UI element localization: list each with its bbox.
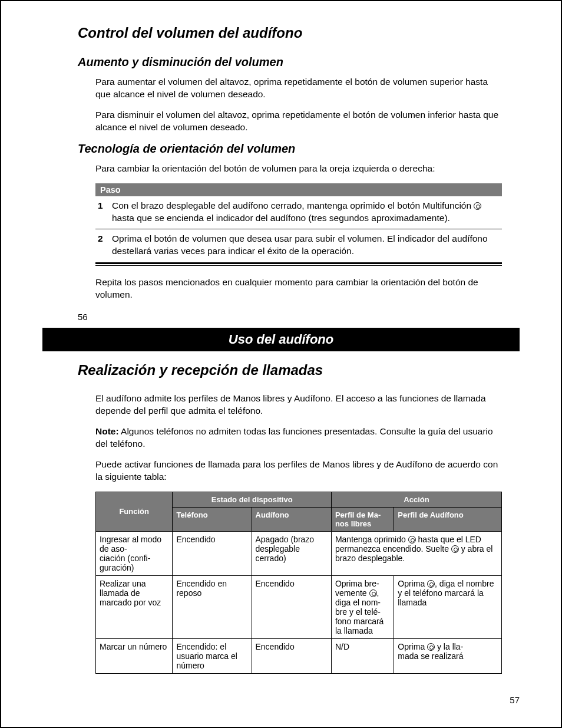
cell-audifono: Apagado (brazo desplegable cerrado) [252, 531, 331, 575]
col-perfil-aud: Perfil de Audífono [394, 507, 502, 531]
cell-perfil-ml: N/D [331, 638, 394, 673]
cell-funcion: Realizar una llamada de marcado por voz [96, 575, 173, 638]
paragraph: Repita los pasos mencionados en cualquie… [95, 276, 502, 301]
note-label: Note: [95, 426, 119, 436]
col-audifono: Audífono [252, 507, 331, 531]
colgroup-estado: Estado del dispositivo [173, 492, 332, 507]
divider [95, 265, 502, 266]
subsection-heading: Tecnología de orientación del volumen [78, 142, 520, 156]
steps-header: Paso [95, 183, 502, 196]
section-heading: Realización y recepción de llamadas [78, 362, 520, 378]
cell-telefono: Encendido: el usuario marca el número [173, 638, 252, 673]
paragraph: Puede activar funciones de llamada para … [95, 459, 502, 483]
page-57: Realización y recepción de llamadas El a… [1, 362, 561, 691]
page-56: Control del volumen del audífono Aumento… [1, 1, 561, 322]
chapter-banner: Uso del audífono [42, 328, 520, 351]
cell-audifono: Encendido [252, 575, 331, 638]
paragraph: Para cambiar la orientación del botón de… [95, 163, 502, 175]
step-row: 1 Con el brazo desplegable del audífono … [95, 196, 502, 229]
step-row: 2 Oprima el botón de volumen que desea u… [95, 229, 502, 263]
cell-telefono: Encendido en reposo [173, 575, 252, 638]
multifunction-icon [451, 545, 459, 553]
section-heading: Control del volumen del audífono [78, 25, 520, 41]
functions-table: Función Estado del dispositivo Acción Te… [95, 492, 502, 674]
table-row: Ingresar al modo de aso- ciación (confi-… [96, 531, 502, 575]
table-row: Realizar una llamada de marcado por voz … [96, 575, 502, 638]
table-row: Marcar un número Encendido: el usuario m… [96, 638, 502, 673]
step-number: 2 [95, 229, 110, 263]
col-telefono: Teléfono [173, 507, 252, 531]
multifunction-icon [474, 202, 481, 210]
paragraph: Para aumentar el volumen del altavoz, op… [95, 76, 502, 101]
colgroup-accion: Acción [331, 492, 501, 507]
multifunction-icon [427, 643, 435, 651]
page-number: 56 [78, 312, 520, 322]
cell-perfil-aud: Oprima y la lla- mada se realizará [394, 638, 502, 673]
cell-telefono: Encendido [173, 531, 252, 575]
cell-perfil-ml: Oprima bre- vemente , diga el nom- bre y… [331, 575, 394, 638]
cell-perfil-aud: Oprima , diga el nombre y el teléfono ma… [394, 575, 502, 638]
page-number: 57 [1, 695, 520, 705]
paragraph: Para disminuir el volumen del altavoz, o… [95, 109, 502, 134]
steps-table: 1 Con el brazo desplegable del audífono … [95, 196, 502, 265]
multifunction-icon [427, 580, 435, 588]
cell-funcion: Ingresar al modo de aso- ciación (confi-… [96, 531, 173, 575]
step-text: Oprima el botón de volumen que desea usa… [110, 229, 502, 263]
note: Note: Algunos teléfonos no admiten todas… [95, 426, 502, 450]
subsection-heading: Aumento y disminución del volumen [78, 55, 520, 69]
col-perfil-ml: Perfil de Ma- nos libres [331, 507, 394, 531]
cell-accion: Mantenga oprimido hasta que el LED perma… [331, 531, 501, 575]
paragraph: El audífono admite los perfiles de Manos… [95, 393, 502, 417]
step-text: Con el brazo desplegable del audífono ce… [110, 196, 502, 229]
cell-funcion: Marcar un número [96, 638, 173, 673]
multifunction-icon [369, 589, 377, 597]
cell-audifono: Encendido [252, 638, 331, 673]
col-funcion: Función [96, 492, 173, 531]
multifunction-icon [408, 536, 416, 543]
step-number: 1 [95, 196, 110, 229]
